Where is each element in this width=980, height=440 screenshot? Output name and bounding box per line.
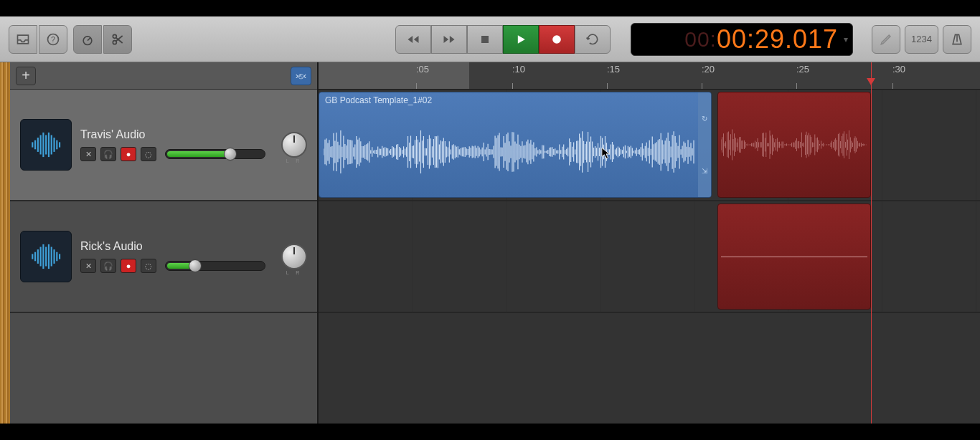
ruler-tick: :15 [607, 64, 620, 75]
garageband-window: ? [0, 16, 980, 424]
region-title: GB Podcast Template_1#02 [319, 92, 711, 108]
play-button[interactable] [503, 25, 539, 54]
svg-rect-22 [34, 252, 36, 262]
wood-edge [0, 62, 10, 424]
metronome-icon [950, 32, 964, 47]
input-monitor-button[interactable]: ◌ [141, 259, 156, 273]
svg-line-3 [88, 37, 90, 40]
mute-button[interactable]: ✕ [80, 147, 96, 161]
audio-region[interactable]: GB Podcast Template_1#02 ↻ ⇲ [319, 92, 712, 198]
notepad-button[interactable] [872, 25, 900, 54]
track-name-label[interactable]: Travis' Audio [80, 128, 268, 141]
svg-rect-15 [45, 135, 47, 155]
scissors-icon [110, 32, 125, 47]
track-filter-button[interactable]: ›⎋‹ [291, 67, 311, 85]
forward-button[interactable] [431, 25, 467, 54]
waveform [324, 114, 695, 190]
metronome-button[interactable] [943, 25, 971, 54]
recording-region[interactable] [717, 204, 871, 310]
track-header[interactable]: Rick's Audio ✕ 🎧 ● ◌ L R [10, 201, 317, 313]
waveform [721, 105, 867, 184]
ruler-tick: :20 [702, 64, 715, 75]
cycle-icon [585, 32, 600, 47]
svg-rect-18 [53, 138, 55, 152]
mute-button[interactable]: ✕ [80, 259, 96, 273]
rewind-icon [406, 32, 420, 47]
playhead[interactable] [871, 62, 872, 424]
svg-rect-20 [59, 142, 60, 147]
svg-text:?: ? [51, 35, 55, 44]
track-name-label[interactable]: Rick's Audio [80, 240, 268, 253]
letterbox-top [0, 0, 980, 16]
record-enable-button[interactable]: ● [121, 147, 136, 161]
pan-knob[interactable]: L R [281, 132, 307, 158]
pencil-icon [879, 32, 893, 47]
track-type-icon [20, 231, 72, 282]
record-icon [550, 32, 564, 47]
quick-help-button[interactable]: ? [39, 25, 67, 54]
volume-slider[interactable] [165, 261, 265, 271]
forward-icon [442, 32, 456, 47]
svg-rect-13 [40, 135, 42, 155]
time-display[interactable]: 00: 00:29.017 ▾ [631, 23, 853, 56]
svg-rect-16 [48, 133, 50, 157]
tuner-button[interactable] [73, 25, 102, 54]
track-list: + ›⎋‹ Travis' Audio ✕ 🎧 ● ◌ L R [10, 62, 319, 424]
headphones-button[interactable]: 🎧 [100, 259, 116, 273]
count-in-button[interactable]: 1234 [905, 25, 938, 54]
library-button[interactable] [9, 25, 37, 54]
filter-icon: ›⎋‹ [296, 71, 306, 81]
play-icon [514, 32, 528, 47]
loop-handle-icon[interactable]: ↻ [702, 115, 707, 123]
rewind-button[interactable] [395, 25, 431, 54]
time-ruler[interactable]: :05:10:15:20:25:30 [319, 62, 980, 90]
recording-region[interactable] [717, 92, 871, 198]
chevron-down-icon[interactable]: ▾ [844, 34, 848, 44]
svg-rect-19 [56, 140, 57, 150]
counter-label: 1234 [911, 34, 932, 44]
svg-rect-30 [56, 252, 57, 262]
svg-rect-17 [51, 135, 52, 155]
lcd-time-value: 00:29.017 [717, 24, 838, 54]
arrangement-area[interactable]: :05:10:15:20:25:30 GB Podcast Template_1… [319, 62, 980, 424]
lcd-hours-dim: 00: [684, 27, 717, 52]
fade-handle-icon[interactable]: ⇲ [702, 167, 707, 175]
ruler-tick: :30 [892, 64, 905, 75]
svg-rect-12 [37, 138, 39, 152]
ruler-tick: :05 [416, 64, 429, 75]
track-list-header: + ›⎋‹ [10, 62, 317, 90]
waveform-flat [721, 257, 867, 257]
record-enable-button[interactable]: ● [121, 259, 136, 273]
toolbar: ? [0, 16, 980, 62]
svg-rect-31 [59, 254, 60, 259]
dial-icon [80, 32, 95, 47]
headphones-button[interactable]: 🎧 [100, 147, 116, 161]
cycle-region[interactable] [319, 62, 469, 89]
svg-rect-29 [53, 249, 55, 264]
svg-rect-10 [32, 142, 33, 147]
cursor-icon [601, 147, 611, 160]
svg-rect-28 [51, 247, 52, 267]
svg-rect-14 [42, 133, 44, 157]
ruler-tick: :25 [796, 64, 809, 75]
svg-rect-11 [34, 140, 36, 150]
stop-icon [478, 32, 492, 47]
track-lane[interactable] [319, 201, 980, 313]
cycle-button[interactable] [575, 25, 611, 54]
track-header[interactable]: Travis' Audio ✕ 🎧 ● ◌ L R [10, 90, 317, 201]
stop-button[interactable] [467, 25, 503, 54]
ruler-tick: :10 [512, 64, 525, 75]
transport-controls [395, 25, 611, 54]
svg-point-9 [552, 35, 561, 44]
volume-slider[interactable] [165, 149, 265, 159]
track-lane[interactable]: GB Podcast Template_1#02 ↻ ⇲ [319, 90, 980, 201]
inbox-icon [16, 32, 30, 47]
pan-knob[interactable]: L R [281, 244, 307, 269]
input-monitor-button[interactable]: ◌ [141, 147, 156, 161]
record-button[interactable] [539, 25, 575, 54]
track-type-icon [20, 119, 72, 171]
region-handles[interactable]: ↻ ⇲ [698, 92, 711, 197]
help-icon: ? [46, 32, 60, 47]
add-track-button[interactable]: + [16, 67, 36, 85]
editors-button[interactable] [103, 25, 132, 54]
